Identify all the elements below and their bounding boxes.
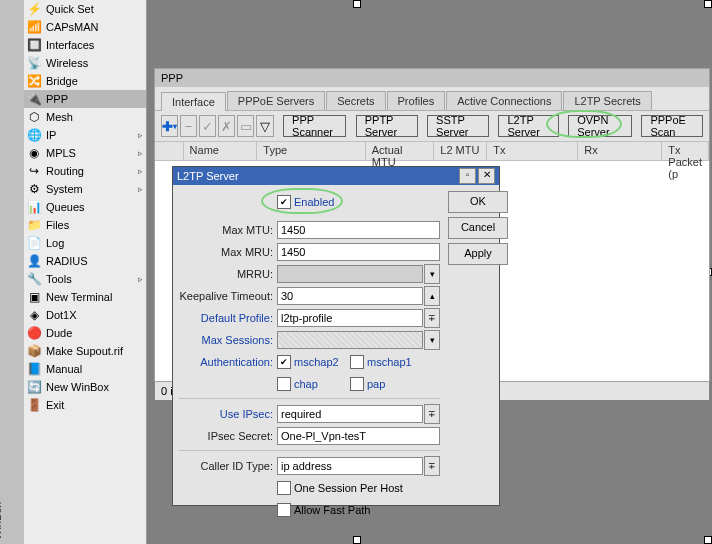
sidebar-item-dude[interactable]: 🔴Dude	[24, 324, 146, 342]
sidebar-item-exit[interactable]: 🚪Exit	[24, 396, 146, 414]
mrru-label: MRRU:	[179, 268, 277, 280]
pap-checkbox[interactable]	[350, 377, 364, 391]
disable-button[interactable]: ✗	[218, 115, 235, 137]
sidebar-item-routing[interactable]: ↪Routing▹	[24, 162, 146, 180]
ok-button[interactable]: OK	[448, 191, 508, 213]
caller-id-input[interactable]	[277, 457, 423, 475]
ipsec-secret-input[interactable]	[277, 427, 440, 445]
log-icon: 📄	[26, 235, 42, 251]
mschap2-label: mschap2	[294, 356, 350, 368]
tab-active-connections[interactable]: Active Connections	[446, 91, 562, 110]
expand-icon: ▹	[136, 166, 144, 176]
max-sessions-label[interactable]: Max Sessions:	[179, 334, 277, 346]
sidebar-item-quickset[interactable]: ⚡Quick Set	[24, 0, 146, 18]
tab-pppoe-servers[interactable]: PPPoE Servers	[227, 91, 325, 110]
sidebar-item-mesh[interactable]: ⬡Mesh	[24, 108, 146, 126]
sidebar-item-interfaces[interactable]: 🔲Interfaces	[24, 36, 146, 54]
use-ipsec-input[interactable]	[277, 405, 423, 423]
sidebar-item-manual[interactable]: 📘Manual	[24, 360, 146, 378]
col-tx-packet[interactable]: Tx Packet (p	[662, 142, 709, 160]
add-button[interactable]: ✚▾	[161, 115, 178, 137]
max-sessions-input[interactable]	[277, 331, 423, 349]
minimize-button[interactable]: ▫	[459, 168, 476, 184]
sidebar-item-supout[interactable]: 📦Make Supout.rif	[24, 342, 146, 360]
sidebar-item-queues[interactable]: 📊Queues	[24, 198, 146, 216]
enable-button[interactable]: ✓	[199, 115, 216, 137]
keepalive-collapse[interactable]: ▴	[424, 286, 440, 306]
sidebar-item-label: Interfaces	[46, 39, 94, 51]
sidebar-item-wireless[interactable]: 📡Wireless	[24, 54, 146, 72]
newwinbox-icon: 🔄	[26, 379, 42, 395]
mesh-icon: ⬡	[26, 109, 42, 125]
ppp-scanner-button[interactable]: PPP Scanner	[283, 115, 346, 137]
supout-icon: 📦	[26, 343, 42, 359]
sstp-server-button[interactable]: SSTP Server	[427, 115, 489, 137]
tab-l2tp-secrets[interactable]: L2TP Secrets	[563, 91, 651, 110]
sidebar-item-newwinbox[interactable]: 🔄New WinBox	[24, 378, 146, 396]
pppoe-scan-button[interactable]: PPPoE Scan	[641, 115, 703, 137]
sidebar-item-mpls[interactable]: ◉MPLS▹	[24, 144, 146, 162]
tab-interface[interactable]: Interface	[161, 92, 226, 111]
radius-icon: 👤	[26, 253, 42, 269]
l2tp-server-button[interactable]: L2TP Server	[498, 115, 558, 137]
sidebar-item-label: Tools	[46, 273, 136, 285]
mrru-expand[interactable]: ▾	[424, 264, 440, 284]
max-mtu-input[interactable]	[277, 221, 440, 239]
col-tx[interactable]: Tx	[487, 142, 578, 160]
filter-button[interactable]: ▽	[256, 115, 273, 137]
default-profile-label[interactable]: Default Profile:	[179, 312, 277, 324]
chap-checkbox[interactable]	[277, 377, 291, 391]
pptp-server-button[interactable]: PPTP Server	[356, 115, 418, 137]
comment-button[interactable]: ▭	[237, 115, 254, 137]
dialog-titlebar[interactable]: L2TP Server ▫ ✕	[173, 167, 499, 185]
col-type[interactable]: Type	[257, 142, 365, 160]
sidebar-item-files[interactable]: 📁Files	[24, 216, 146, 234]
caller-id-dropdown[interactable]: ∓	[424, 456, 440, 476]
use-ipsec-label[interactable]: Use IPsec:	[179, 408, 277, 420]
col-actual-mtu[interactable]: Actual MTU	[366, 142, 435, 160]
tab-secrets[interactable]: Secrets	[326, 91, 385, 110]
sidebar-item-capsman[interactable]: 📶CAPsMAN	[24, 18, 146, 36]
sidebar-item-bridge[interactable]: 🔀Bridge	[24, 72, 146, 90]
tab-profiles[interactable]: Profiles	[387, 91, 446, 110]
sidebar-item-tools[interactable]: 🔧Tools▹	[24, 270, 146, 288]
sidebar-item-label: New WinBox	[46, 381, 109, 393]
close-button[interactable]: ✕	[478, 168, 495, 184]
default-profile-input[interactable]	[277, 309, 423, 327]
sidebar-item-system[interactable]: ⚙System▹	[24, 180, 146, 198]
mschap1-checkbox[interactable]	[350, 355, 364, 369]
sidebar-item-label: IP	[46, 129, 136, 141]
keepalive-input[interactable]	[277, 287, 423, 305]
queues-icon: 📊	[26, 199, 42, 215]
sidebar-item-label: PPP	[46, 93, 68, 105]
fast-path-checkbox[interactable]	[277, 503, 291, 517]
enabled-label: Enabled	[294, 196, 334, 208]
sidebar-item-radius[interactable]: 👤RADIUS	[24, 252, 146, 270]
one-session-checkbox[interactable]	[277, 481, 291, 495]
remove-button[interactable]: −	[180, 115, 197, 137]
mrru-input[interactable]	[277, 265, 423, 283]
col-name[interactable]: Name	[184, 142, 258, 160]
apply-button[interactable]: Apply	[448, 243, 508, 265]
col-l2mtu[interactable]: L2 MTU	[434, 142, 487, 160]
cancel-button[interactable]: Cancel	[448, 217, 508, 239]
expand-icon: ▹	[136, 148, 144, 158]
sidebar-item-label: Quick Set	[46, 3, 94, 15]
sidebar-item-label: System	[46, 183, 136, 195]
default-profile-dropdown[interactable]: ∓	[424, 308, 440, 328]
sidebar: ⚡Quick Set 📶CAPsMAN 🔲Interfaces 📡Wireles…	[24, 0, 147, 544]
sidebar-item-ip[interactable]: 🌐IP▹	[24, 126, 146, 144]
mschap2-checkbox[interactable]	[277, 355, 291, 369]
max-mru-input[interactable]	[277, 243, 440, 261]
enabled-checkbox[interactable]	[277, 195, 291, 209]
sidebar-item-label: Wireless	[46, 57, 88, 69]
sidebar-item-terminal[interactable]: ▣New Terminal	[24, 288, 146, 306]
col-rx[interactable]: Rx	[578, 142, 662, 160]
sidebar-item-ppp[interactable]: 🔌PPP	[24, 90, 146, 108]
sidebar-item-log[interactable]: 📄Log	[24, 234, 146, 252]
max-sessions-expand[interactable]: ▾	[424, 330, 440, 350]
use-ipsec-dropdown[interactable]: ∓	[424, 404, 440, 424]
sidebar-item-dot1x[interactable]: ◈Dot1X	[24, 306, 146, 324]
ovpn-server-button[interactable]: OVPN Server	[568, 115, 632, 137]
ppp-window-title[interactable]: PPP	[155, 69, 709, 87]
